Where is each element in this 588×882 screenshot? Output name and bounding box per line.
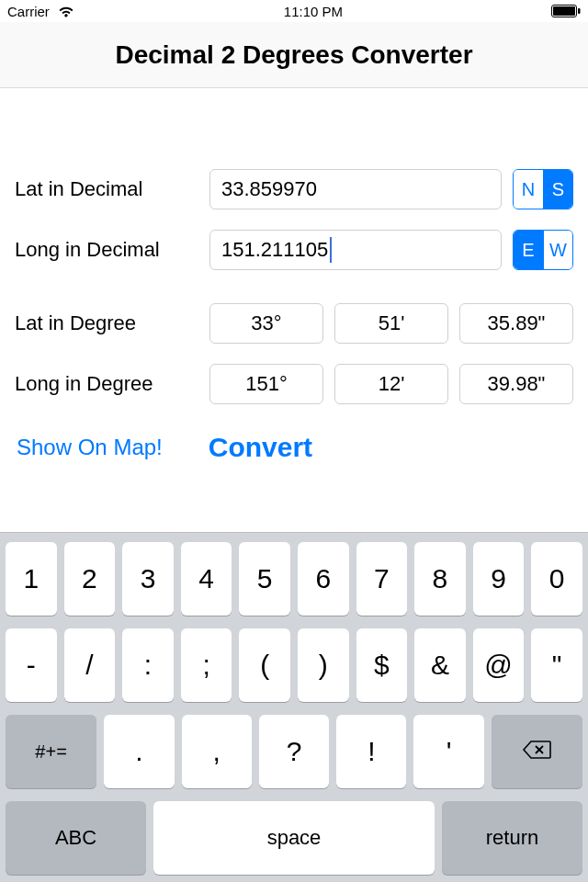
svg-rect-1 <box>553 6 575 16</box>
key-2[interactable]: 2 <box>64 542 116 616</box>
long-decimal-label: Long in Decimal <box>15 238 198 262</box>
key-dash[interactable]: - <box>6 628 57 702</box>
key-9[interactable]: 9 <box>473 542 525 616</box>
key-apostrophe[interactable]: ' <box>413 715 483 788</box>
page-title: Decimal 2 Degrees Converter <box>115 40 472 70</box>
show-on-map-button[interactable]: Show On Map! <box>17 435 163 460</box>
wifi-icon <box>57 5 75 17</box>
key-return[interactable]: return <box>442 801 582 875</box>
key-4[interactable]: 4 <box>181 542 232 616</box>
key-1[interactable]: 1 <box>6 542 57 616</box>
long-hemisphere-toggle[interactable]: E W <box>513 230 573 270</box>
lat-degree-label: Lat in Degree <box>15 311 198 335</box>
long-min-input[interactable]: 12' <box>334 364 448 404</box>
lat-decimal-input[interactable]: 33.859970 <box>209 169 502 209</box>
key-question[interactable]: ? <box>259 715 329 788</box>
backspace-icon <box>522 736 551 767</box>
text-cursor <box>330 237 332 263</box>
key-at[interactable]: @ <box>473 628 525 702</box>
lat-sec-input[interactable]: 35.89" <box>459 303 573 344</box>
battery-icon <box>551 5 581 17</box>
lat-hemisphere-toggle[interactable]: N S <box>513 169 573 209</box>
key-semicolon[interactable]: ; <box>181 628 232 702</box>
keyboard-row-3: #+= . , ? ! ' <box>6 715 582 788</box>
lat-decimal-label: Lat in Decimal <box>15 177 198 201</box>
key-abc[interactable]: ABC <box>6 801 146 875</box>
keyboard: 1 2 3 4 5 6 7 8 9 0 - / : ; ( ) $ & @ " … <box>0 532 588 882</box>
key-3[interactable]: 3 <box>122 542 174 616</box>
key-symbols-shift[interactable]: #+= <box>6 715 96 788</box>
long-deg-input[interactable]: 151° <box>209 364 323 404</box>
key-7[interactable]: 7 <box>356 542 408 616</box>
key-period[interactable]: . <box>104 715 174 788</box>
status-bar: Carrier 11:10 PM <box>0 0 588 22</box>
key-0[interactable]: 0 <box>531 542 582 616</box>
keyboard-row-1: 1 2 3 4 5 6 7 8 9 0 <box>6 542 582 616</box>
keyboard-row-4: ABC space return <box>6 801 582 875</box>
seg-e[interactable]: E <box>514 231 543 269</box>
key-dollar[interactable]: $ <box>356 628 408 702</box>
key-slash[interactable]: / <box>64 628 116 702</box>
seg-s[interactable]: S <box>543 170 572 209</box>
key-exclaim[interactable]: ! <box>336 715 406 788</box>
convert-button[interactable]: Convert <box>209 432 312 463</box>
key-space[interactable]: space <box>153 801 435 875</box>
seg-n[interactable]: N <box>514 170 543 209</box>
key-backspace[interactable] <box>492 715 582 788</box>
nav-header: Decimal 2 Degrees Converter <box>0 22 588 88</box>
svg-rect-2 <box>578 8 581 14</box>
carrier-label: Carrier <box>7 4 50 19</box>
key-5[interactable]: 5 <box>239 542 290 616</box>
keyboard-row-2: - / : ; ( ) $ & @ " <box>6 628 582 702</box>
long-sec-input[interactable]: 39.98" <box>459 364 573 404</box>
key-comma[interactable]: , <box>182 715 252 788</box>
lat-deg-input[interactable]: 33° <box>209 303 323 344</box>
lat-min-input[interactable]: 51' <box>334 303 448 344</box>
long-decimal-input[interactable]: 151.211105 <box>209 230 502 270</box>
key-amp[interactable]: & <box>414 628 466 702</box>
key-8[interactable]: 8 <box>414 542 466 616</box>
clock-label: 11:10 PM <box>284 4 343 19</box>
key-quote[interactable]: " <box>531 628 582 702</box>
key-rparen[interactable]: ) <box>298 628 349 702</box>
long-degree-label: Long in Degree <box>15 372 198 396</box>
seg-w[interactable]: W <box>543 231 572 269</box>
key-6[interactable]: 6 <box>298 542 349 616</box>
key-lparen[interactable]: ( <box>239 628 290 702</box>
key-colon[interactable]: : <box>122 628 174 702</box>
